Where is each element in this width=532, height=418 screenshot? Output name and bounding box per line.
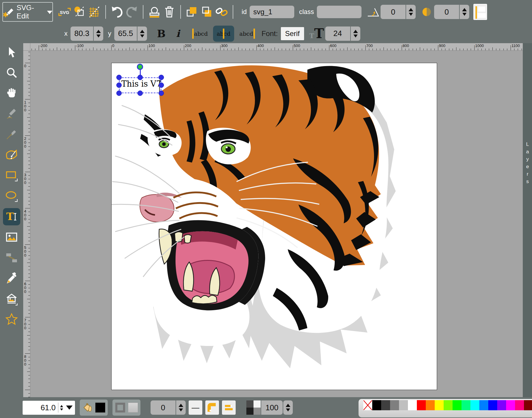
x-value[interactable]: 80.3: [71, 26, 93, 41]
anchor-middle-icon: [223, 29, 224, 39]
tool-zoom[interactable]: [3, 64, 20, 82]
id-label: id: [242, 8, 247, 16]
palette-swatch[interactable]: [435, 400, 444, 410]
palette-swatch[interactable]: [390, 400, 399, 410]
spin-up-icon[interactable]: [409, 8, 413, 11]
zoom-value[interactable]: 61.0: [25, 403, 58, 412]
grid-snap-button[interactable]: [87, 4, 102, 20]
palette-swatch[interactable]: [363, 400, 372, 410]
palette-swatch[interactable]: [470, 400, 479, 410]
linecap-button[interactable]: [222, 400, 236, 415]
stroke-color-swatch[interactable]: [128, 403, 138, 413]
move-to-bottom-button[interactable]: [199, 4, 214, 20]
font-family-button[interactable]: Serif: [281, 27, 304, 40]
stroke-width-arrows[interactable]: [176, 400, 186, 415]
blur-spin-arrows[interactable]: [460, 5, 469, 19]
tool-connector[interactable]: [3, 249, 20, 266]
tool-pencil[interactable]: [3, 105, 20, 123]
delete-button[interactable]: [162, 4, 177, 20]
selection-handle-se[interactable]: [159, 91, 164, 96]
selection-handle-e[interactable]: [159, 82, 164, 88]
tool-rectangle[interactable]: [3, 167, 20, 184]
tool-ellipse[interactable]: [3, 188, 20, 205]
selection-handle-s[interactable]: [137, 91, 143, 96]
y-value[interactable]: 65.5: [114, 26, 137, 41]
spin-down-icon[interactable]: [409, 13, 413, 16]
drawing-canvas[interactable]: This is V7: [111, 63, 437, 390]
palette-swatch[interactable]: [524, 400, 532, 410]
text-anchor-end-button[interactable]: abcd: [236, 26, 257, 42]
palette-swatch[interactable]: [506, 400, 515, 410]
italic-button[interactable]: i: [170, 28, 186, 39]
zoom-dropdown-icon[interactable]: [66, 405, 73, 410]
angle-value[interactable]: 0: [381, 5, 406, 19]
x-spin-arrows[interactable]: [94, 26, 103, 41]
layers-panel-toggle[interactable]: Layers: [523, 43, 532, 397]
element-class-input[interactable]: [317, 6, 362, 18]
palette-swatch[interactable]: [408, 400, 417, 410]
fill-color-swatch[interactable]: [95, 403, 105, 413]
palette-swatch[interactable]: [381, 400, 390, 410]
palette-swatch[interactable]: [479, 400, 488, 410]
stroke-dash-button[interactable]: —: [189, 400, 202, 415]
tool-star[interactable]: [3, 311, 20, 328]
selection-handle-w[interactable]: [116, 82, 122, 88]
y-spin-arrows[interactable]: [137, 26, 147, 41]
spin-down-icon[interactable]: [462, 13, 467, 16]
tool-select[interactable]: [3, 44, 20, 61]
spin-up-icon[interactable]: [462, 8, 467, 11]
stamp-icon: [148, 5, 161, 19]
selection-handle-sw[interactable]: [116, 91, 122, 96]
clone-button[interactable]: [147, 4, 162, 20]
linejoin-button[interactable]: [205, 400, 219, 415]
opacity-value[interactable]: 100: [261, 400, 283, 415]
rotate-handle[interactable]: [137, 64, 143, 70]
tool-line[interactable]: [3, 126, 20, 143]
zoom-spin-arrows[interactable]: [58, 405, 65, 411]
palette-swatch[interactable]: [444, 400, 453, 410]
palette-swatch[interactable]: [461, 400, 470, 410]
stroke-width-value[interactable]: 0: [151, 400, 176, 415]
palette-swatch[interactable]: [372, 400, 381, 410]
y-spinner: 65.5: [114, 26, 147, 41]
main-menu-button[interactable]: SVG-Edit: [2, 2, 53, 22]
text-anchor-middle-button[interactable]: abcd: [213, 26, 234, 42]
text-anchor-start-button[interactable]: abcd: [190, 26, 211, 42]
zoom-control: 61.0: [23, 401, 75, 415]
tool-pan[interactable]: [3, 85, 20, 102]
angle-tool: [366, 4, 381, 20]
opacity-arrows[interactable]: [283, 400, 293, 415]
angle-spin-arrows[interactable]: [406, 5, 416, 19]
source-editor-button[interactable]: SVG: [57, 4, 72, 20]
selection-handle-ne[interactable]: [159, 75, 164, 80]
palette-swatch[interactable]: [497, 400, 506, 410]
tool-shape-library[interactable]: [3, 290, 20, 308]
undo-button[interactable]: [109, 4, 124, 20]
palette-swatch[interactable]: [488, 400, 497, 410]
redo-button[interactable]: [124, 4, 139, 20]
side-panel-button[interactable]: [473, 4, 487, 20]
palette-swatch[interactable]: [399, 400, 408, 410]
font-size-spin-arrows[interactable]: [351, 26, 360, 41]
tool-path[interactable]: [3, 146, 20, 164]
palette-swatch[interactable]: [426, 400, 435, 410]
color-palette: [359, 399, 532, 417]
font-size-value[interactable]: 24: [325, 26, 350, 41]
blur-tool: [419, 4, 434, 20]
palette-swatch[interactable]: [453, 400, 461, 410]
tool-image[interactable]: [3, 229, 20, 246]
move-to-top-button[interactable]: [184, 4, 199, 20]
tiger-artwork: [112, 63, 437, 390]
tool-eyedropper[interactable]: [3, 270, 20, 287]
element-id-input[interactable]: [250, 6, 294, 18]
bold-button[interactable]: B: [153, 28, 170, 40]
palette-swatch[interactable]: [515, 400, 524, 410]
image-library-button[interactable]: [72, 4, 87, 20]
selection-handle-nw[interactable]: [116, 75, 122, 80]
make-link-button[interactable]: [214, 4, 229, 20]
workspace[interactable]: This is V7: [30, 51, 523, 397]
blur-value[interactable]: 0: [434, 5, 459, 19]
palette-swatch[interactable]: [417, 400, 426, 410]
tool-text[interactable]: T: [3, 208, 20, 225]
selection-handle-n[interactable]: [137, 75, 143, 80]
